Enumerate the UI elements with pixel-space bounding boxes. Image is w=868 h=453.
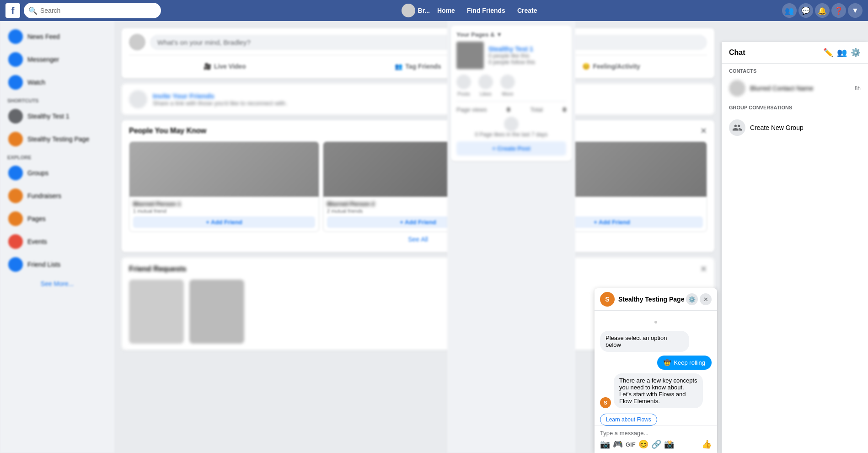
- people-icon-btn[interactable]: 👥: [782, 3, 797, 18]
- post-input[interactable]: What's on your mind, Bradley?: [150, 35, 707, 50]
- messenger-icon-btn[interactable]: 💬: [798, 3, 813, 18]
- friend-lists-avatar: [8, 257, 23, 272]
- learn-flows-btn[interactable]: Learn about Flows: [600, 414, 657, 426]
- live-video-label: Live Video: [214, 63, 246, 70]
- person-photo-1: [129, 142, 319, 197]
- facebook-logo: f: [5, 3, 20, 18]
- pages-avatar: [8, 211, 23, 226]
- sidebar-item-stealthy-1[interactable]: Stealthy Test 1: [4, 105, 111, 127]
- page-action-1: Posts: [456, 75, 471, 97]
- msg-avatar: S: [600, 397, 611, 408]
- emoji-icon: 🤠: [664, 359, 671, 366]
- friend-requests-title: Friend Requests: [129, 265, 186, 273]
- people-section-close[interactable]: ✕: [700, 126, 707, 136]
- sidebar-label: Fundraisers: [27, 192, 61, 200]
- group-conversations-section: Create New Group: [722, 113, 868, 142]
- help-icon-btn[interactable]: ❓: [831, 3, 846, 18]
- search-bar[interactable]: 🔍: [24, 3, 161, 18]
- sidebar-item-events[interactable]: Events: [4, 231, 111, 253]
- camera-icon[interactable]: 📸: [664, 439, 674, 449]
- link-icon[interactable]: 🔗: [651, 439, 661, 449]
- avatar: [402, 4, 415, 17]
- page-thumbnail: [456, 42, 484, 69]
- group-conversations-title: GROUP CONVERSATIONS: [722, 100, 868, 113]
- emoji-icon-btn[interactable]: 😊: [638, 439, 648, 449]
- edit-icon[interactable]: ✏️: [823, 48, 833, 58]
- chevron-down-icon-btn[interactable]: ▼: [848, 3, 863, 18]
- live-video-btn[interactable]: 🎥 Live Video: [129, 60, 321, 73]
- shortcuts-title: Shortcuts: [4, 94, 111, 105]
- message-with-avatar-container: S There are a few key concepts you need …: [600, 373, 712, 408]
- message-sent-container: 🤠 Keep rolling: [600, 356, 712, 370]
- page-action-3: More: [500, 75, 515, 97]
- post-box: What's on your mind, Bradley? 🎥 Live Vid…: [122, 28, 714, 78]
- request-photo-2: [189, 280, 244, 344]
- explore-title: Explore: [4, 151, 111, 162]
- chat-contact-item[interactable]: Blurred Contact Name 8h: [722, 76, 868, 100]
- home-nav-link[interactable]: Home: [433, 4, 460, 17]
- request-photo-1: [129, 280, 184, 344]
- sidebar-item-fundraisers[interactable]: Fundraisers: [4, 185, 111, 207]
- invite-desc: Share a link with those you'd like to re…: [153, 100, 287, 107]
- page-likes: 0 people like this: [488, 53, 535, 59]
- your-pages-section: Your Pages & ▼ Stealthy Test 1 0 people …: [451, 26, 572, 161]
- chat-header-icons: ✏️ 👥 ⚙️: [823, 48, 861, 58]
- sidebar-item-pages[interactable]: Pages: [4, 208, 111, 230]
- message-bubble-sent: 🤠 Keep rolling: [657, 356, 712, 370]
- see-more-link[interactable]: See More...: [4, 276, 111, 291]
- right-sidebar: Your Pages & ▼ Stealthy Test 1 0 people …: [447, 21, 575, 453]
- sidebar-item-watch[interactable]: Watch: [4, 71, 111, 93]
- find-friends-nav-link[interactable]: Find Friends: [462, 4, 510, 17]
- top-navigation: f 🔍 Br... Home Find Friends Create 👥 💬 🔔…: [0, 0, 868, 21]
- create-nav-link[interactable]: Create: [513, 4, 542, 17]
- invite-section: Invite Your Friends Share a link with th…: [122, 84, 714, 115]
- sidebar-item-news-feed[interactable]: News Feed: [4, 26, 111, 48]
- create-post-btn[interactable]: + Create Post: [456, 141, 566, 156]
- sidebar-item-stealthy-page[interactable]: Stealthy Testing Page: [4, 128, 111, 150]
- new-group-icon[interactable]: 👥: [837, 48, 847, 58]
- messenger-avatar: [8, 52, 23, 67]
- bell-icon-btn[interactable]: 🔔: [815, 3, 830, 18]
- create-group-icon: [729, 119, 745, 136]
- messenger-close-btn[interactable]: ✕: [700, 293, 712, 305]
- sidebar-item-groups[interactable]: Groups: [4, 162, 111, 184]
- people-grid: Blurred Person 1 1 mutual friend + Add F…: [129, 141, 707, 232]
- messenger-settings-btn[interactable]: ⚙️: [686, 293, 698, 305]
- messenger-input-area: 📷 🎮 GIF 😊 🔗 📸 👍: [595, 426, 717, 453]
- sidebar-label: Watch: [27, 79, 45, 86]
- photo-icon[interactable]: 📷: [600, 439, 610, 449]
- message-text-3: There are a few key concepts you need to…: [619, 377, 697, 404]
- settings-icon[interactable]: ⚙️: [851, 48, 861, 58]
- sidebar-label: Groups: [27, 169, 48, 177]
- create-new-group-item[interactable]: Create New Group: [729, 117, 861, 139]
- person-card-1: Blurred Person 1 1 mutual friend + Add F…: [129, 141, 319, 232]
- messenger-header-icons: ⚙️ ✕: [686, 293, 712, 305]
- invite-title[interactable]: Invite Your Friends: [153, 92, 287, 100]
- page-actions: Posts Likes More: [456, 75, 566, 97]
- messenger-panel: S Stealthy Testing Page ⚙️ ✕ Please sele…: [595, 288, 717, 453]
- add-friend-btn-1[interactable]: + Add Friend: [133, 216, 315, 228]
- group-add-icon: [732, 123, 742, 133]
- sidebar-label: Messenger: [27, 56, 59, 63]
- sidebar-label: Stealthy Testing Page: [27, 135, 89, 143]
- game-icon[interactable]: 🎮: [613, 439, 623, 449]
- see-all-people-link[interactable]: See All: [129, 232, 707, 247]
- like-icon[interactable]: 👍: [702, 439, 712, 449]
- page-info: Stealthy Test 1 0 people like this 0 peo…: [456, 42, 566, 69]
- message-text-1: Please select an option below: [605, 334, 667, 348]
- sidebar-item-friend-lists[interactable]: Friend Lists: [4, 253, 111, 275]
- sidebar-item-messenger[interactable]: Messenger: [4, 49, 111, 70]
- feeling-label: Feeling/Activity: [593, 63, 640, 70]
- gif-icon[interactable]: GIF: [626, 441, 636, 448]
- message-bubble-1: Please select an option below: [600, 331, 689, 352]
- tag-icon: 👥: [395, 63, 402, 70]
- tag-friends-label: Tag Friends: [405, 63, 441, 70]
- sidebar-label: Friend Lists: [27, 261, 60, 268]
- messenger-text-input[interactable]: [600, 430, 712, 437]
- invite-icon: [129, 90, 147, 108]
- message-text-sent: Keep rolling: [674, 359, 705, 366]
- user-profile-link[interactable]: Br...: [402, 4, 430, 17]
- contact-time: 8h: [855, 85, 861, 92]
- friend-requests-close[interactable]: ✕: [700, 264, 707, 274]
- search-input[interactable]: [40, 7, 156, 14]
